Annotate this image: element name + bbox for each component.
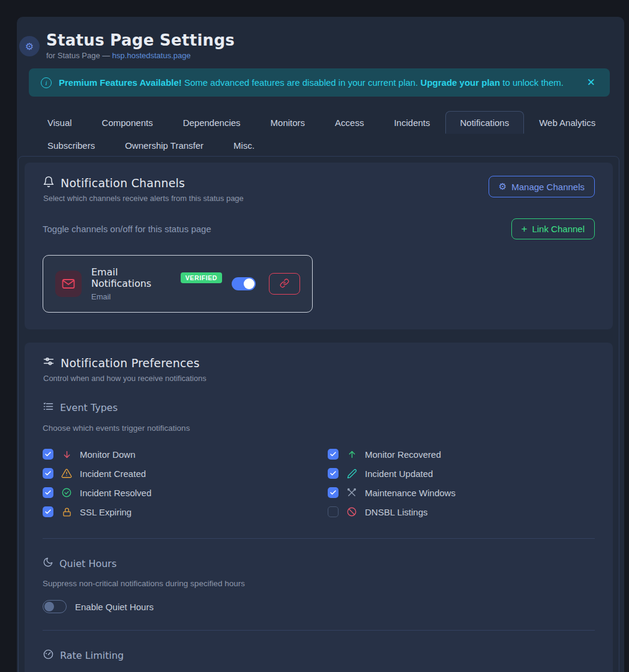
event-type-row-incident-resolved[interactable]: Incident Resolved <box>43 483 310 502</box>
event-type-row-incident-updated[interactable]: Incident Updated <box>328 464 595 483</box>
upgrade-plan-link[interactable]: Upgrade your plan <box>421 77 501 88</box>
arrow-down-icon <box>61 449 72 460</box>
checkbox[interactable] <box>43 506 53 517</box>
preferences-section-title: Notification Preferences <box>43 356 595 370</box>
banner-text: Premium Features Available! Some advance… <box>59 77 564 88</box>
notification-channels-card: Notification Channels Select which chann… <box>25 163 613 329</box>
bell-icon <box>43 176 55 190</box>
quiet-hours-title-text: Quiet Hours <box>59 558 116 569</box>
tab-web-analytics[interactable]: Web Analytics <box>524 111 610 134</box>
event-type-row-monitor-recovered[interactable]: Monitor Recovered <box>328 445 595 464</box>
tab-components[interactable]: Components <box>87 111 168 134</box>
toggle-channels-hint: Toggle channels on/off for this status p… <box>43 224 511 234</box>
checkbox[interactable] <box>328 449 339 460</box>
section-divider <box>43 538 595 539</box>
status-page-link[interactable]: hsp.hostedstatus.page <box>112 51 191 60</box>
quiet-hours-toggle-label: Enable Quiet Hours <box>75 602 154 612</box>
pencil-icon <box>346 469 357 479</box>
banner-close-icon[interactable]: ✕ <box>585 75 598 90</box>
event-type-row-monitor-down[interactable]: Monitor Down <box>43 445 310 464</box>
plus-icon: + <box>522 224 528 234</box>
tab-monitors[interactable]: Monitors <box>256 111 321 134</box>
event-types-subtitle: Choose which events trigger notification… <box>43 424 595 433</box>
subtitle-text: for Status Page — <box>46 51 112 60</box>
event-label: Incident Updated <box>365 469 433 479</box>
tab-dependencies[interactable]: Dependencies <box>168 111 256 134</box>
checkbox[interactable] <box>328 506 339 517</box>
link-channel-label: Link Channel <box>532 224 585 234</box>
toggle-knob <box>44 602 54 611</box>
link-chain-icon <box>280 278 289 290</box>
arrow-up-icon <box>346 449 357 460</box>
list-icon <box>43 401 54 415</box>
event-label: SSL Expiring <box>80 507 131 517</box>
page-subtitle: for Status Page — hsp.hostedstatus.page <box>46 51 235 60</box>
verified-badge: VERIFIED <box>181 272 222 283</box>
manage-channels-button[interactable]: ⚙ Manage Channels <box>489 176 595 197</box>
channel-name: Email Notifications <box>91 266 175 289</box>
event-label: Monitor Down <box>80 449 136 460</box>
event-type-row-ssl-expiring[interactable]: SSL Expiring <box>43 502 310 521</box>
event-label: Incident Resolved <box>80 488 151 498</box>
preferences-title-text: Notification Preferences <box>61 356 200 370</box>
channels-subtitle: Select which channels receive alerts fro… <box>43 194 489 203</box>
rate-limiting-heading: Rate Limiting <box>43 649 595 662</box>
email-channel-toggle[interactable] <box>232 277 256 290</box>
tab-subscribers[interactable]: Subscribers <box>32 134 110 157</box>
event-type-row-maintenance-windows[interactable]: Maintenance Windows <box>328 483 595 502</box>
gear-icon: ⚙ <box>499 181 507 192</box>
channel-type: Email <box>91 292 222 301</box>
event-label: DNSBL Listings <box>365 507 428 517</box>
checkbox[interactable] <box>43 468 53 479</box>
event-label: Monitor Recovered <box>365 449 441 460</box>
email-channel-card: Email Notifications VERIFIED Email <box>43 255 313 313</box>
event-label: Incident Created <box>80 469 146 479</box>
settings-window: ⚙ Status Page Settings for Status Page —… <box>17 17 624 672</box>
checkbox[interactable] <box>43 487 53 498</box>
event-types-grid: Monitor DownMonitor RecoveredIncident Cr… <box>43 445 595 521</box>
checkbox[interactable] <box>328 487 339 498</box>
moon-icon <box>43 557 53 570</box>
quiet-hours-toggle[interactable] <box>43 600 67 613</box>
toggle-knob <box>244 278 254 289</box>
banner-middle-text: Some advanced features are disabled in y… <box>182 77 421 88</box>
gauge-icon <box>43 649 54 662</box>
section-divider <box>43 630 595 631</box>
info-icon: i <box>41 77 52 88</box>
page-title: Status Page Settings <box>46 31 235 49</box>
tools-icon <box>346 487 357 498</box>
tab-access[interactable]: Access <box>320 111 379 134</box>
event-type-row-dnsbl-listings[interactable]: DNSBL Listings <box>328 502 595 521</box>
check-circle-icon <box>61 487 72 498</box>
tab-notifications[interactable]: Notifications <box>445 111 525 134</box>
warning-triangle-icon <box>61 468 72 479</box>
settings-gear-icon: ⚙ <box>19 36 40 56</box>
channels-section-title: Notification Channels <box>43 176 489 190</box>
event-types-heading: Event Types <box>43 401 595 415</box>
preferences-subtitle: Control when and how you receive notific… <box>43 374 595 383</box>
notification-preferences-card: Notification Preferences Control when an… <box>25 343 613 672</box>
tab-misc[interactable]: Misc. <box>218 134 269 157</box>
link-channel-button[interactable]: + Link Channel <box>511 218 595 239</box>
banner-suffix-text: to unlock them. <box>500 77 564 88</box>
notifications-tab-panel: Notification Channels Select which chann… <box>18 156 619 672</box>
manage-channels-label: Manage Channels <box>511 182 585 192</box>
lock-icon <box>61 507 72 517</box>
page-header: ⚙ Status Page Settings for Status Page —… <box>17 17 624 60</box>
email-icon <box>55 271 82 297</box>
unlink-channel-button[interactable] <box>269 273 300 295</box>
checkbox[interactable] <box>43 449 53 460</box>
tab-visual[interactable]: Visual <box>32 111 87 134</box>
sliders-icon <box>43 356 55 370</box>
checkbox[interactable] <box>328 468 339 479</box>
prohibited-icon <box>346 506 357 517</box>
tab-ownership-transfer[interactable]: Ownership Transfer <box>110 134 218 157</box>
quiet-hours-heading: Quiet Hours <box>43 557 595 570</box>
tab-incidents[interactable]: Incidents <box>379 111 445 134</box>
event-label: Maintenance Windows <box>365 488 456 498</box>
rate-limiting-title-text: Rate Limiting <box>60 650 124 661</box>
premium-banner: i Premium Features Available! Some advan… <box>29 68 610 97</box>
event-type-row-incident-created[interactable]: Incident Created <box>43 464 310 483</box>
channels-title-text: Notification Channels <box>61 176 185 190</box>
banner-bold-text: Premium Features Available! <box>59 77 182 88</box>
